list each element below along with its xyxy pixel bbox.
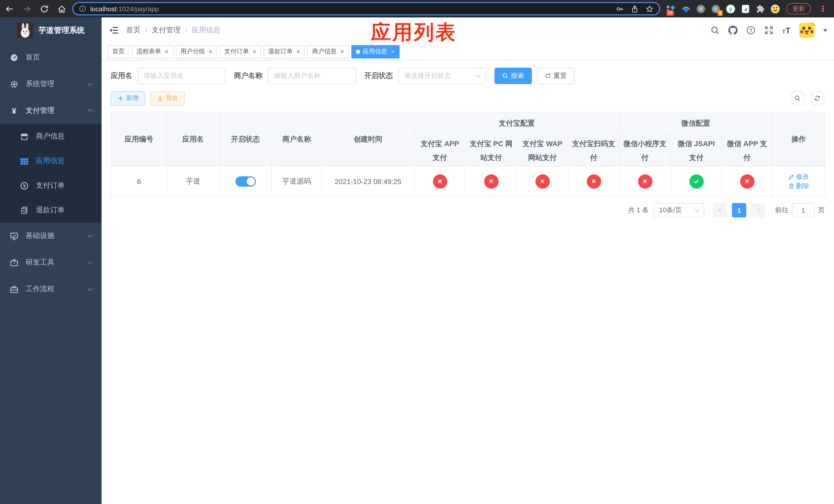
chevron-down-icon (87, 232, 93, 238)
col-alipay-pc: 支付宝 PC 网站支付 (465, 135, 517, 166)
sidebar-item-应用信息[interactable]: 应用信息 (0, 149, 102, 173)
app-logo[interactable]: 芋道管理系统 (0, 18, 102, 43)
share-icon[interactable] (631, 5, 639, 13)
sidebar-item-商户信息[interactable]: 商户信息 (0, 124, 102, 149)
status-select[interactable]: 请选择开启状态 (398, 68, 486, 84)
breadcrumb-separator: / (145, 26, 147, 35)
extension-tag-icon[interactable]: 10 (666, 4, 676, 14)
github-icon[interactable] (728, 26, 738, 35)
add-button[interactable]: 新增 (111, 91, 145, 105)
enabled-check-icon (689, 174, 703, 188)
tab-close-icon[interactable]: × (297, 48, 300, 55)
sidebar: 芋道管理系统 首页系统管理¥支付管理商户信息应用信息¥支付订单退款订单基础设施研… (0, 18, 102, 504)
bookmark-star-icon[interactable] (646, 5, 654, 13)
user-avatar[interactable] (799, 23, 814, 38)
disabled-cross-icon (484, 174, 498, 188)
pagination: 共 1 条 10条/页 1 前往 页 (111, 203, 825, 217)
page-content: 应用名 请输入应用名 商户名称 请输入商户名称 开启状态 请选择开启状态 搜索 … (102, 61, 834, 504)
filter-form: 应用名 请输入应用名 商户名称 请输入商户名称 开启状态 请选择开启状态 搜索 … (111, 68, 825, 84)
sidebar-item-首页[interactable]: 首页 (0, 44, 102, 71)
sidebar-item-退款订单[interactable]: 退款订单 (0, 198, 102, 223)
user-menu-caret-icon[interactable] (823, 29, 827, 31)
sidebar-item-支付管理[interactable]: ¥支付管理 (0, 97, 102, 124)
sidebar-item-基础设施[interactable]: 基础设施 (0, 223, 102, 249)
extension-notes-icon[interactable] (741, 4, 750, 14)
tab-流程表单[interactable]: 流程表单× (132, 45, 173, 58)
tab-支付订单[interactable]: 支付订单× (220, 45, 261, 58)
tab-商户信息[interactable]: 商户信息× (307, 45, 349, 58)
screen: localhost:1024/pay/app 10 ⌘ 1 y 更新 (0, 0, 834, 504)
extension-y-icon[interactable]: y (726, 4, 736, 14)
search-button[interactable]: 搜索 (495, 68, 532, 84)
cell-alipay-wap (517, 166, 568, 196)
reset-button[interactable]: 重置 (537, 68, 574, 84)
tab-首页[interactable]: 首页 (108, 45, 129, 58)
breadcrumb-pay[interactable]: 支付管理 (152, 26, 180, 35)
cell-created: 2021-10-23 08:49:25 (322, 166, 414, 196)
delete-link[interactable]: 删除 (788, 181, 809, 190)
sidebar-item-支付订单[interactable]: ¥支付订单 (0, 173, 102, 198)
app-name-input[interactable]: 请输入应用名 (137, 68, 226, 84)
help-icon[interactable]: ? (746, 26, 755, 35)
tab-close-icon[interactable]: × (164, 48, 169, 55)
tab-close-icon[interactable]: × (253, 48, 256, 55)
active-tab-dot (356, 49, 360, 53)
home-icon[interactable] (58, 4, 66, 13)
sidebar-item-系统管理[interactable]: 系统管理 (0, 71, 102, 97)
url-bar[interactable]: localhost:1024/pay/app (72, 2, 660, 15)
sidebar-item-label: 工作流程 (26, 284, 54, 294)
disabled-cross-icon (740, 174, 754, 188)
cell-actions: 修改 删除 (772, 166, 825, 196)
tab-退款订单[interactable]: 退款订单× (264, 45, 305, 58)
col-wechat-jsapi: 微信 JSAPI 支付 (671, 135, 722, 166)
sidebar-item-label: 首页 (26, 53, 40, 62)
tab-应用信息[interactable]: 应用信息× (351, 45, 399, 58)
chrome-update-button[interactable]: 更新 (786, 3, 811, 14)
sidebar-item-研发工具[interactable]: 研发工具 (0, 249, 102, 276)
chevron-down-icon (87, 286, 93, 291)
url-text[interactable]: localhost:1024/pay/app (90, 5, 159, 13)
next-page-button[interactable] (751, 203, 765, 217)
col-app-name: 应用名 (167, 112, 219, 166)
tab-close-icon[interactable]: × (340, 48, 344, 55)
browser-menu-icon[interactable]: ⋮ (817, 4, 829, 13)
search-icon[interactable] (710, 26, 720, 35)
extension-record-icon[interactable]: 1 (711, 4, 721, 14)
toggle-knob (246, 177, 255, 185)
reload-icon[interactable] (40, 4, 49, 13)
profile-avatar-icon[interactable] (770, 4, 780, 14)
fullscreen-icon[interactable] (764, 26, 773, 35)
toolbox-icon (10, 285, 19, 294)
back-icon[interactable] (5, 4, 14, 13)
col-merchant: 商户名称 (271, 112, 322, 166)
site-info-icon[interactable] (79, 5, 86, 12)
breadcrumb-home[interactable]: 首页 (126, 26, 140, 35)
goto-page-input[interactable] (792, 203, 814, 217)
breadcrumb: 首页 / 支付管理 / 应用信息 (126, 26, 221, 35)
extension-command-icon[interactable]: ⌘ (696, 4, 706, 14)
col-actions: 操作 (772, 112, 825, 166)
tab-close-icon[interactable]: × (208, 48, 212, 55)
prev-page-button[interactable] (713, 203, 727, 217)
tab-close-icon[interactable]: × (391, 48, 395, 55)
sidebar-fold-icon[interactable] (102, 26, 126, 35)
font-size-icon[interactable]: TT (782, 26, 790, 35)
merchant-name-input[interactable]: 请输入商户名称 (268, 68, 356, 84)
status-toggle[interactable] (235, 176, 256, 186)
extensions-puzzle-icon[interactable] (755, 4, 765, 14)
hide-search-button[interactable] (790, 91, 805, 106)
page-size-select[interactable]: 10条/页 (654, 203, 704, 217)
cell-alipay-pc (465, 166, 517, 196)
edit-link[interactable]: 修改 (788, 172, 809, 181)
forward-icon[interactable] (23, 4, 31, 13)
refresh-table-button[interactable] (810, 91, 825, 106)
merchant-name-label: 商户名称 (234, 71, 263, 81)
sidebar-item-工作流程[interactable]: 工作流程 (0, 276, 102, 302)
password-key-icon[interactable] (616, 5, 624, 13)
current-page[interactable]: 1 (732, 203, 746, 217)
tab-用户分组[interactable]: 用户分组× (176, 45, 217, 58)
export-button[interactable]: 导出 (150, 91, 185, 105)
extension-paraglider-icon[interactable] (681, 4, 691, 14)
tab-label: 流程表单 (136, 47, 161, 56)
grid-icon (20, 157, 29, 165)
